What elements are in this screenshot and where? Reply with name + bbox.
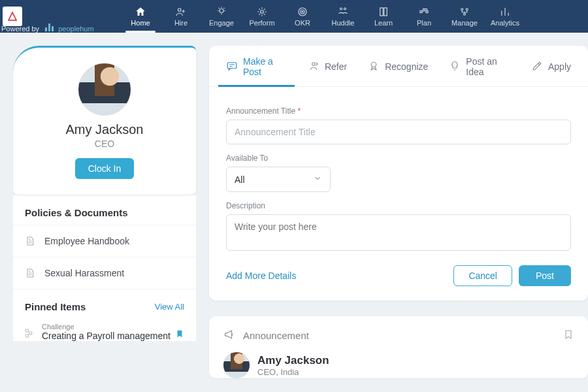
author-name: Amy Jackson [257, 354, 329, 367]
peoplehum-logo-icon [45, 24, 54, 31]
nav-okr[interactable]: OKR [282, 0, 323, 33]
svg-rect-10 [420, 11, 422, 13]
pinned-item[interactable]: Challenge Creating a Payroll management [13, 319, 196, 341]
author-avatar [223, 352, 250, 378]
profile-name: Amy Jackson [24, 122, 186, 137]
refer-icon [308, 60, 319, 74]
tab-idea[interactable]: Post an Idea [438, 46, 521, 86]
policy-label: Sexual Harassment [44, 268, 124, 278]
select-value: All [235, 174, 245, 185]
post-button[interactable]: Post [519, 265, 571, 286]
engage-icon [216, 6, 227, 18]
nav-label: Perform [249, 19, 274, 27]
add-more-details-link[interactable]: Add More Details [226, 270, 296, 281]
nav-learn[interactable]: Learn [363, 0, 404, 33]
svg-point-14 [466, 8, 468, 10]
post-tabs: Make a Post Refer Recognize Post an Idea… [209, 46, 588, 87]
nav-items: Home Hire Engage Perform OKR [120, 0, 525, 33]
policies-section: Policies & Documents Employee Handbook S… [13, 195, 196, 289]
available-label: Available To [226, 154, 571, 163]
apply-icon [531, 60, 543, 74]
learn-icon [378, 6, 389, 18]
required-indicator: * [297, 106, 301, 116]
manage-icon [459, 6, 470, 18]
description-label: Description [226, 201, 571, 210]
home-icon [135, 6, 146, 18]
tab-make-post[interactable]: Make a Post [216, 46, 297, 86]
nav-analytics[interactable]: Analytics [485, 0, 525, 33]
nav-label: Plan [417, 19, 431, 27]
nav-hire[interactable]: Hire [161, 0, 201, 33]
post-icon [226, 60, 238, 74]
okr-icon [297, 6, 308, 18]
post-card: Make a Post Refer Recognize Post an Idea… [209, 46, 588, 301]
nav-label: OKR [295, 19, 310, 27]
powered-by: Powered by peoplehum [1, 24, 94, 33]
svg-point-6 [340, 8, 342, 10]
tab-label: Make a Post [243, 56, 287, 77]
svg-point-18 [371, 62, 376, 67]
tab-refer[interactable]: Refer [297, 46, 357, 86]
pinned-title: Creating a Payroll management [42, 331, 184, 341]
bookmark-icon[interactable] [175, 328, 184, 342]
svg-point-13 [461, 8, 463, 10]
tab-label: Post an Idea [466, 56, 510, 77]
svg-point-2 [261, 10, 264, 14]
available-to-select[interactable]: All [226, 167, 331, 192]
plan-icon [418, 6, 430, 18]
avatar [78, 63, 131, 116]
nav-home[interactable]: Home [120, 0, 161, 33]
pinned-heading: Pinned Items [25, 301, 86, 312]
nav-huddle[interactable]: Huddle [323, 0, 363, 33]
document-icon [25, 267, 35, 280]
policies-heading: Policies & Documents [13, 195, 196, 225]
svg-point-17 [312, 62, 316, 65]
policy-item[interactable]: Employee Handbook [13, 225, 196, 257]
svg-rect-16 [227, 62, 237, 68]
cancel-button[interactable]: Cancel [453, 265, 512, 286]
bookmark-outline-icon[interactable] [563, 328, 574, 343]
nav-label: Huddle [332, 19, 355, 27]
announcement-author: Amy Jackson CEO, India [223, 352, 574, 378]
perform-icon [256, 6, 268, 18]
chevron-down-icon [313, 174, 322, 185]
announcement-title-input[interactable] [226, 120, 571, 144]
description-textarea[interactable] [226, 214, 571, 251]
analytics-icon [499, 6, 511, 18]
profile-role: CEO [24, 139, 186, 149]
nav-label: Learn [374, 19, 393, 27]
nav-manage[interactable]: Manage [444, 0, 485, 33]
svg-point-5 [302, 11, 303, 12]
pinned-type: Challenge [42, 323, 184, 331]
clock-in-button[interactable]: Clock In [75, 158, 135, 179]
post-form: Announcement Title * Available To All De… [209, 87, 588, 301]
huddle-icon [337, 6, 349, 18]
tab-label: Refer [325, 61, 347, 72]
challenge-icon [24, 328, 34, 341]
nav-engage[interactable]: Engage [201, 0, 242, 33]
nav-plan[interactable]: Plan [404, 0, 444, 33]
nav-label: Manage [451, 19, 478, 27]
view-all-link[interactable]: View All [155, 302, 184, 312]
tab-label: Recognize [385, 61, 428, 72]
title-label: Announcement Title * [226, 106, 571, 116]
tab-apply[interactable]: Apply [521, 46, 581, 86]
hire-icon [175, 6, 187, 18]
nav-perform[interactable]: Perform [242, 0, 282, 33]
tab-label: Apply [548, 61, 571, 72]
svg-point-1 [220, 9, 223, 13]
policy-label: Employee Handbook [44, 236, 129, 246]
svg-point-7 [344, 8, 346, 10]
tab-recognize[interactable]: Recognize [357, 46, 438, 86]
powered-by-brand: peoplehum [58, 25, 93, 33]
idea-icon [449, 60, 461, 74]
pinned-section: Pinned Items View All Challenge Creating… [13, 289, 196, 341]
svg-rect-8 [380, 8, 384, 16]
policy-item[interactable]: Sexual Harassment [13, 257, 196, 289]
svg-point-0 [178, 8, 182, 12]
svg-rect-9 [384, 8, 387, 16]
announcement-card: Announcement Amy Jackson CEO, India [209, 316, 588, 378]
profile-card: Amy Jackson CEO Clock In [13, 46, 196, 195]
nav-label: Hire [174, 19, 188, 27]
top-nav: Powered by peoplehum Home Hire Engage [0, 0, 588, 33]
